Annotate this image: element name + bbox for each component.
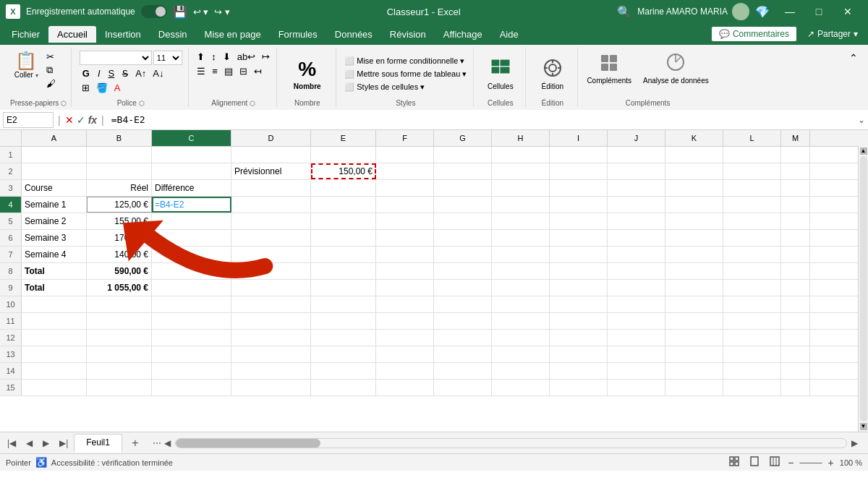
cell-I2[interactable] bbox=[550, 163, 608, 179]
sheet-nav-first[interactable]: |◀ bbox=[3, 437, 20, 450]
cell-M4[interactable] bbox=[781, 197, 810, 213]
cell-C7[interactable] bbox=[152, 247, 231, 262]
cell-D9[interactable] bbox=[231, 280, 311, 296]
cell-M6[interactable] bbox=[781, 230, 810, 246]
font-size-increase-button[interactable]: A↑ bbox=[133, 67, 148, 80]
coller-button[interactable]: 📋 Coller ▾ bbox=[12, 51, 41, 80]
cell-I4[interactable] bbox=[550, 197, 608, 213]
cell-C4[interactable]: =B4-E2 bbox=[152, 197, 231, 213]
cell-G4[interactable] bbox=[434, 197, 492, 213]
cell-M3[interactable] bbox=[781, 180, 810, 196]
cell-E10[interactable] bbox=[311, 296, 376, 312]
analyse-donnees-button[interactable]: Analyse de données bbox=[640, 51, 712, 86]
maximize-button[interactable]: □ bbox=[804, 0, 833, 23]
cell-D10[interactable] bbox=[231, 296, 311, 312]
cell-E8[interactable] bbox=[311, 263, 376, 279]
cell-D4[interactable] bbox=[231, 197, 311, 213]
cell-E2[interactable]: 150,00 € bbox=[311, 163, 376, 179]
cell-E9[interactable] bbox=[311, 280, 376, 296]
cell-H2[interactable] bbox=[492, 163, 550, 179]
cell-G2[interactable] bbox=[434, 163, 492, 179]
cell-C9[interactable] bbox=[152, 280, 231, 296]
close-button[interactable]: ✕ bbox=[833, 0, 862, 23]
row-header-2[interactable]: 2 bbox=[0, 163, 22, 179]
tab-aide[interactable]: Aide bbox=[491, 26, 527, 43]
row-header-14[interactable]: 14 bbox=[0, 363, 22, 379]
cell-F4[interactable] bbox=[376, 197, 434, 213]
align-top-button[interactable]: ⬆ bbox=[195, 51, 207, 63]
indent-increase-button[interactable]: ↦ bbox=[260, 51, 272, 63]
page-layout-button[interactable] bbox=[747, 456, 762, 468]
cell-H1[interactable] bbox=[492, 147, 550, 163]
col-header-D[interactable]: D bbox=[231, 130, 311, 146]
underline-button[interactable]: S bbox=[106, 67, 118, 80]
cell-J2[interactable] bbox=[608, 163, 665, 179]
cell-I7[interactable] bbox=[550, 247, 608, 262]
cell-B4[interactable]: 125,00 € bbox=[87, 197, 152, 213]
alignement-expand-icon[interactable]: ⬡ bbox=[250, 100, 255, 107]
share-button[interactable]: ↗ Partager ▾ bbox=[800, 26, 865, 42]
tab-dessin[interactable]: Dessin bbox=[150, 26, 196, 43]
sheet-nav-prev[interactable]: ◀ bbox=[22, 437, 37, 450]
row-header-13[interactable]: 13 bbox=[0, 346, 22, 362]
formula-input[interactable] bbox=[109, 112, 855, 128]
cell-I3[interactable] bbox=[550, 180, 608, 196]
cell-F9[interactable] bbox=[376, 280, 434, 296]
strikethrough-button[interactable]: S̶ bbox=[119, 67, 131, 80]
row-header-11[interactable]: 11 bbox=[0, 313, 22, 329]
col-header-G[interactable]: G bbox=[434, 130, 492, 146]
cell-D2[interactable]: Prévisionnel bbox=[231, 163, 311, 179]
sheet-tab-feuil1[interactable]: Feuil1 bbox=[74, 434, 122, 453]
cell-C2[interactable] bbox=[152, 163, 231, 179]
cell-K3[interactable] bbox=[665, 180, 723, 196]
cell-G8[interactable] bbox=[434, 263, 492, 279]
formula-bar-expand-icon[interactable]: ⌄ bbox=[858, 115, 865, 125]
cell-B1[interactable] bbox=[87, 147, 152, 163]
row-header-6[interactable]: 6 bbox=[0, 230, 22, 246]
fill-color-button[interactable]: 🪣 bbox=[94, 82, 110, 94]
edition-button[interactable]: Édition bbox=[538, 56, 567, 92]
tab-formules[interactable]: Formules bbox=[270, 26, 326, 43]
cell-I9[interactable] bbox=[550, 280, 608, 296]
cell-L6[interactable] bbox=[723, 230, 781, 246]
zoom-minus-button[interactable]: − bbox=[788, 457, 793, 468]
minimize-button[interactable]: — bbox=[775, 0, 804, 23]
cell-E5[interactable] bbox=[311, 213, 376, 229]
sheet-nav-next[interactable]: ▶ bbox=[38, 437, 54, 450]
col-header-K[interactable]: K bbox=[665, 130, 723, 146]
col-header-M[interactable]: M bbox=[781, 130, 810, 146]
horizontal-scrollbar[interactable] bbox=[175, 438, 847, 448]
cell-J7[interactable] bbox=[608, 247, 665, 262]
cell-A3[interactable]: Course bbox=[22, 180, 87, 196]
cell-F1[interactable] bbox=[376, 147, 434, 163]
scroll-down-button[interactable]: ▼ bbox=[860, 423, 867, 430]
save-icon[interactable]: 💾 bbox=[173, 5, 187, 19]
row-header-8[interactable]: 8 bbox=[0, 263, 22, 279]
cell-E1[interactable] bbox=[311, 147, 376, 163]
cell-G9[interactable] bbox=[434, 280, 492, 296]
search-icon[interactable]: 🔍 bbox=[617, 5, 631, 19]
cell-J6[interactable] bbox=[608, 230, 665, 246]
col-header-A[interactable]: A bbox=[22, 130, 87, 146]
col-header-F[interactable]: F bbox=[376, 130, 434, 146]
font-size-decrease-button[interactable]: A↓ bbox=[150, 67, 166, 80]
cell-A4[interactable]: Semaine 1 bbox=[22, 197, 87, 213]
cell-G1[interactable] bbox=[434, 147, 492, 163]
align-bottom-button[interactable]: ⬇ bbox=[221, 51, 233, 63]
cell-B3[interactable]: Réel bbox=[87, 180, 152, 196]
bold-button[interactable]: G bbox=[80, 67, 93, 80]
scroll-up-button[interactable]: ▲ bbox=[860, 147, 867, 155]
cell-H6[interactable] bbox=[492, 230, 550, 246]
reproduire-button[interactable]: 🖌 bbox=[44, 77, 66, 90]
styles-cellules-button[interactable]: ⬜ Styles de cellules ▾ bbox=[342, 82, 427, 93]
col-header-H[interactable]: H bbox=[492, 130, 550, 146]
cell-H4[interactable] bbox=[492, 197, 550, 213]
cell-J9[interactable] bbox=[608, 280, 665, 296]
cell-K1[interactable] bbox=[665, 147, 723, 163]
cell-B5[interactable]: 155,00 € bbox=[87, 213, 152, 229]
cell-reference-box[interactable]: E2 bbox=[3, 112, 54, 128]
cell-I1[interactable] bbox=[550, 147, 608, 163]
mise-en-forme-button[interactable]: ⬜ Mise en forme conditionnelle ▾ bbox=[342, 56, 467, 67]
cell-M9[interactable] bbox=[781, 280, 810, 296]
cell-F8[interactable] bbox=[376, 263, 434, 279]
